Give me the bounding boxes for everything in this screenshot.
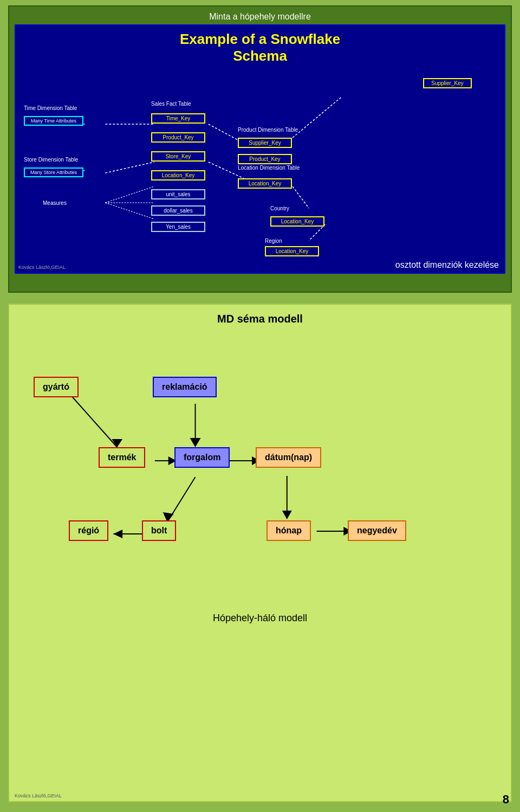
label-product-dim: Product Dimension Table: [238, 127, 298, 133]
label-measures: Measures: [43, 200, 67, 206]
svg-line-20: [168, 477, 196, 520]
box-location-key-region: Location_Key: [265, 246, 319, 256]
box-many-time-attr: Many Time Attributes: [24, 116, 83, 126]
box-forgalom: forgalom: [174, 447, 230, 468]
svg-marker-25: [282, 511, 292, 519]
box-yen-sales: Yen_sales: [151, 222, 205, 232]
page-number: 8: [503, 792, 509, 807]
box-product-key: Product_Key: [151, 132, 205, 143]
slide1-main-title: Example of a Snowflake Schema: [21, 31, 499, 65]
svg-line-11: [105, 203, 154, 219]
box-location-key-country: Location_Key: [270, 216, 324, 227]
schema-diagram: Supplier_Key Time Dimension Table Many T…: [21, 73, 499, 279]
box-datum-nap: dátum(nap): [256, 447, 321, 468]
svg-line-4: [292, 97, 341, 138]
slide2-footer: Kovács László,GEIAL: [15, 793, 62, 798]
slide1-footer-right: osztott dimenziók kezelése: [395, 260, 499, 270]
label-sales-fact: Sales Fact Table: [151, 101, 191, 107]
box-product-key-prod: Product_Key: [238, 154, 292, 164]
slide2-title: MD séma modell: [17, 313, 503, 325]
svg-line-1: [105, 162, 154, 173]
box-dollar-sales: dollar_sales: [151, 205, 205, 216]
svg-line-9: [105, 186, 154, 203]
box-many-store-attr: Many Store Attributes: [24, 167, 83, 177]
svg-marker-23: [113, 530, 122, 538]
box-unit-sales: unit_sales: [151, 189, 205, 199]
box-reklamacio: reklamáció: [153, 377, 217, 397]
box-honap: hónap: [266, 520, 311, 541]
box-location-key-sf: Location_Key: [151, 170, 205, 181]
box-gyarto: gyártó: [34, 377, 79, 397]
svg-line-5: [292, 186, 309, 208]
slide2: MD séma modell: [8, 304, 512, 802]
svg-marker-13: [112, 439, 122, 447]
slide2-subtitle: Hópehely-háló modell: [17, 613, 503, 624]
md-diagram: gyártó reklamáció termék forgalom dátum(…: [17, 341, 503, 602]
label-region: Region: [265, 238, 282, 244]
box-location-key-locdim: Location_Key: [238, 178, 292, 189]
box-time-key: Time_Key: [151, 113, 205, 124]
slide1-footer-left: Kovács László,GEIAL: [18, 265, 66, 270]
box-bolt: bolt: [142, 520, 176, 541]
box-supplier-key-top: Supplier_Key: [423, 78, 472, 88]
svg-line-12: [72, 396, 118, 447]
label-country: Country: [270, 205, 289, 211]
box-regio: régió: [69, 520, 108, 541]
box-termek: termék: [99, 447, 145, 468]
label-location-dim: Location Dimension Table: [238, 165, 300, 171]
box-supplier-key-prod: Supplier_Key: [238, 138, 292, 148]
slide1-inner: Example of a Snowflake Schema: [15, 24, 505, 274]
slide1: Minta a hópehely modellre Example of a S…: [8, 5, 512, 293]
slide1-outer-title: Minta a hópehely modellre: [15, 12, 505, 22]
svg-marker-15: [190, 438, 201, 447]
label-store-dim: Store Dimension Table: [24, 157, 78, 163]
box-negyedev: negyedév: [348, 520, 406, 541]
label-time-dim: Time Dimension Table: [24, 105, 77, 111]
box-store-key: Store_Key: [151, 151, 205, 162]
svg-line-6: [309, 224, 325, 241]
